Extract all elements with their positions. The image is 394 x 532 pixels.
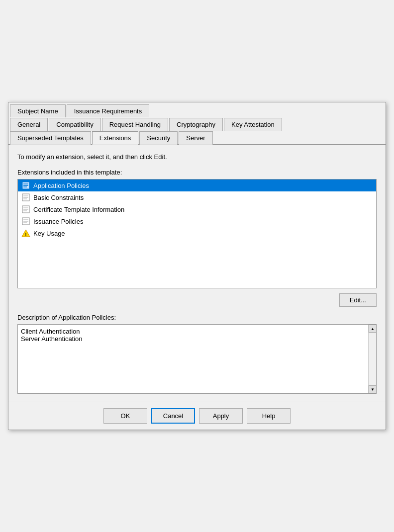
tab-row-1: Subject Name Issuance Requirements xyxy=(8,102,386,117)
scrollbar-track: ▲ ▼ xyxy=(368,325,376,393)
list-item-basic-constraints-label: Basic Constraints xyxy=(33,194,84,201)
desc-line-1: Client Authentication xyxy=(21,328,365,335)
desc-line-2: Server Authentication xyxy=(21,335,365,343)
tab-row-3: Superseded Templates Extensions Security… xyxy=(8,130,386,145)
edit-button-row: Edit... xyxy=(17,293,377,307)
extensions-listbox[interactable]: Application Policies Basic Constraints xyxy=(17,179,377,288)
tab-cryptography[interactable]: Cryptography xyxy=(169,118,223,131)
description-content: Client Authentication Server Authenticat… xyxy=(21,328,373,343)
list-item-issuance-policies[interactable]: Issuance Policies xyxy=(18,215,376,227)
instruction-text: To modify an extension, select it, and t… xyxy=(17,153,377,161)
list-item-key-usage[interactable]: ! Key Usage xyxy=(18,227,376,239)
footer-buttons: OK Cancel Apply Help xyxy=(8,402,386,430)
tab-general[interactable]: General xyxy=(10,118,48,131)
tab-row-2-inner: General Compatibility Request Handling C… xyxy=(10,117,384,130)
content-area: To modify an extension, select it, and t… xyxy=(8,145,386,402)
edit-button[interactable]: Edit... xyxy=(339,293,377,307)
ok-button[interactable]: OK xyxy=(103,408,147,424)
tab-superseded-templates[interactable]: Superseded Templates xyxy=(10,131,91,145)
tab-row-1-inner: Subject Name Issuance Requirements xyxy=(10,104,384,117)
help-button[interactable]: Help xyxy=(247,408,291,424)
doc-icon-3 xyxy=(21,217,31,226)
tab-server[interactable]: Server xyxy=(179,131,212,145)
tab-extensions[interactable]: Extensions xyxy=(92,131,139,145)
warning-icon: ! xyxy=(21,229,31,238)
tab-request-handling[interactable]: Request Handling xyxy=(102,118,168,131)
doc-icon-2 xyxy=(21,205,31,214)
tab-issuance-requirements[interactable]: Issuance Requirements xyxy=(67,104,150,117)
extensions-label: Extensions included in this template: xyxy=(17,169,377,176)
tab-row-3-inner: Superseded Templates Extensions Security… xyxy=(10,131,384,144)
tab-security[interactable]: Security xyxy=(139,131,178,145)
list-item-app-policies-label: Application Policies xyxy=(33,182,89,189)
description-box: Client Authentication Server Authenticat… xyxy=(17,324,377,394)
apply-button[interactable]: Apply xyxy=(199,408,243,424)
cancel-button[interactable]: Cancel xyxy=(151,408,195,424)
list-item-basic-constraints[interactable]: Basic Constraints xyxy=(18,191,376,203)
list-item-issuance-policies-label: Issuance Policies xyxy=(33,218,83,225)
tab-key-attestation[interactable]: Key Attestation xyxy=(224,118,282,131)
dialog-window: Subject Name Issuance Requirements Gener… xyxy=(8,102,386,430)
doc-icon-1 xyxy=(21,193,31,202)
tab-row-2: General Compatibility Request Handling C… xyxy=(8,117,386,130)
list-item-app-policies[interactable]: Application Policies xyxy=(18,179,376,191)
scrollbar-up-arrow[interactable]: ▲ xyxy=(369,325,377,333)
svg-text:!: ! xyxy=(25,232,27,237)
tab-compatibility[interactable]: Compatibility xyxy=(49,118,100,131)
list-item-cert-template[interactable]: Certificate Template Information xyxy=(18,203,376,215)
doc-blue-icon xyxy=(21,181,31,190)
list-item-cert-template-label: Certificate Template Information xyxy=(33,206,124,213)
scrollbar-down-arrow[interactable]: ▼ xyxy=(369,385,377,393)
tab-subject-name[interactable]: Subject Name xyxy=(10,104,66,117)
description-label: Description of Application Policies: xyxy=(17,314,377,321)
list-item-key-usage-label: Key Usage xyxy=(33,230,65,237)
